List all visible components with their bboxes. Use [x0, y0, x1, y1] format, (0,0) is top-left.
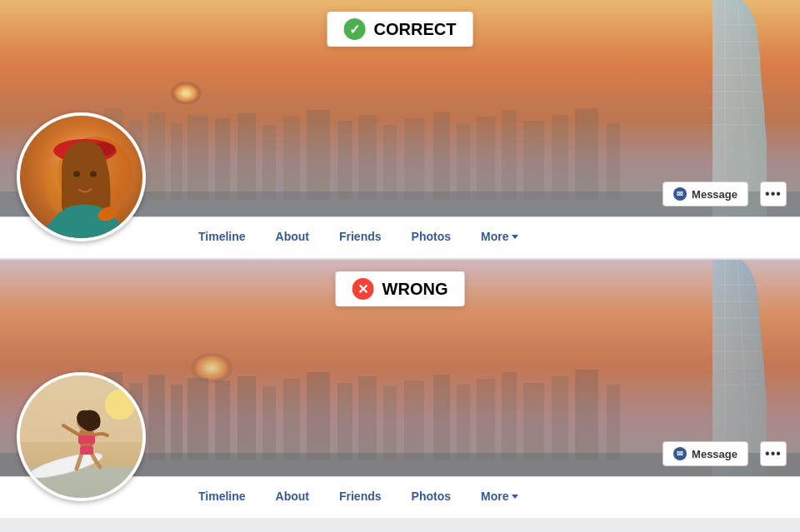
nav-timeline-wrong[interactable]: Timeline — [183, 477, 261, 519]
message-label-correct: Message — [692, 188, 738, 201]
messenger-icon-wrong: ✉ — [673, 447, 687, 460]
nav-more-wrong[interactable]: More — [466, 477, 533, 519]
message-label-wrong: Message — [692, 448, 738, 460]
correct-badge: ✓ CORRECT — [328, 12, 473, 47]
message-button-correct[interactable]: ✉ Message — [662, 181, 748, 206]
nav-about-correct[interactable]: About — [261, 217, 324, 259]
more-arrow-wrong — [512, 495, 518, 499]
avatar-wrong — [17, 372, 146, 501]
correct-label: CORRECT — [374, 20, 457, 39]
nav-friends-wrong[interactable]: Friends — [324, 477, 397, 519]
action-buttons-wrong: ✉ Message ••• — [662, 441, 787, 466]
avatar-correct — [17, 112, 146, 241]
svg-point-85 — [105, 390, 135, 420]
wrong-label: WRONG — [382, 280, 448, 299]
dots-button-correct[interactable]: ••• — [760, 181, 787, 206]
messenger-icon-correct: ✉ — [673, 187, 687, 201]
wrong-icon: ✕ — [352, 278, 374, 300]
svg-rect-91 — [80, 446, 93, 455]
nav-photos-wrong[interactable]: Photos — [397, 477, 466, 519]
wrong-block: ✕ WRONG ✉ Message ••• — [0, 260, 800, 518]
cover-photo-correct: ✓ CORRECT ✉ Message ••• — [0, 0, 800, 216]
cover-photo-wrong: ✕ WRONG ✉ Message ••• — [0, 260, 800, 476]
nav-timeline-correct[interactable]: Timeline — [183, 217, 261, 259]
nav-items-correct: Timeline About Friends Photos More — [183, 217, 533, 259]
nav-about-wrong[interactable]: About — [261, 477, 324, 519]
action-buttons-correct: ✉ Message ••• — [662, 181, 787, 206]
more-arrow-correct — [512, 235, 518, 239]
svg-rect-92 — [78, 435, 95, 444]
wrong-badge: ✕ WRONG — [336, 271, 465, 306]
svg-point-43 — [73, 172, 80, 177]
dots-icon-correct: ••• — [765, 186, 782, 201]
message-button-wrong[interactable]: ✉ Message — [662, 441, 748, 466]
correct-block: ✓ CORRECT ✉ Message ••• — [0, 0, 800, 258]
svg-point-44 — [90, 172, 97, 177]
dots-button-wrong[interactable]: ••• — [760, 441, 787, 466]
correct-icon: ✓ — [344, 18, 366, 40]
dots-icon-wrong: ••• — [765, 446, 782, 461]
nav-friends-correct[interactable]: Friends — [324, 217, 397, 259]
nav-photos-correct[interactable]: Photos — [397, 217, 466, 259]
nav-items-wrong: Timeline About Friends Photos More — [183, 477, 533, 519]
nav-more-correct[interactable]: More — [466, 217, 533, 259]
